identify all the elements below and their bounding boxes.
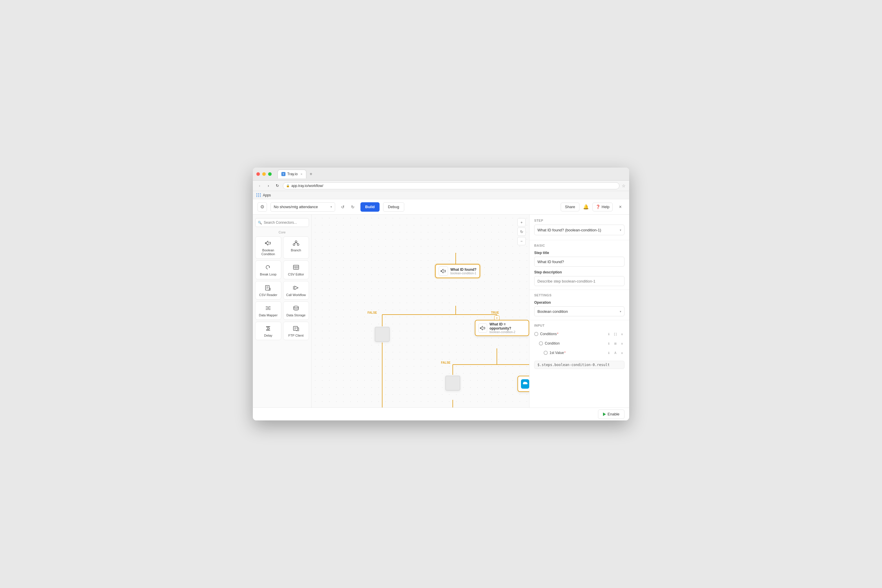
input-section: INPUT Conditions ℹ [ ] ∨ Condition — [530, 324, 629, 361]
salesforce-1-node[interactable]: Get opportunity salesforce-1 — [518, 376, 529, 392]
enable-bar: Enable — [253, 408, 629, 420]
break-loop-icon — [264, 263, 272, 272]
boolean-condition-2-icon-wrap — [478, 323, 487, 333]
connector-branch[interactable]: Branch — [283, 236, 309, 259]
connector-ftp-client[interactable]: FTP Client — [283, 322, 309, 340]
step-desc-input[interactable] — [534, 276, 624, 286]
svg-rect-11 — [266, 285, 269, 290]
blank-node-false1 — [375, 327, 390, 342]
workflow-selector[interactable]: No shows/mtg attendance ▾ — [270, 202, 335, 212]
first-value-expand-btn[interactable]: ∨ — [619, 350, 624, 356]
csv-editor-icon — [292, 263, 300, 272]
right-panel: Step What ID found? (boolean-condition-1… — [529, 214, 629, 408]
step-selector[interactable]: What ID found? (boolean-condition-1) ▾ — [534, 225, 624, 235]
search-box[interactable]: 🔍 — [255, 218, 309, 227]
connector-delay[interactable]: Delay — [255, 322, 281, 340]
settings-button[interactable]: ⚙ — [258, 202, 267, 212]
active-tab[interactable]: T Tray.io × — [278, 170, 306, 178]
redo-button[interactable]: ↻ — [349, 203, 357, 211]
true-label-1: TRUE — [491, 311, 499, 314]
condition-label: Condition — [545, 341, 604, 345]
connector-csv-reader[interactable]: CSV Reader — [255, 281, 281, 300]
conditions-expand-btn[interactable]: ∨ — [619, 332, 624, 337]
condition-info-btn[interactable]: ℹ — [606, 341, 612, 346]
play-icon — [603, 412, 606, 416]
notification-icon[interactable]: 🔔 — [583, 204, 589, 210]
connector-break-loop[interactable]: Break Loop — [255, 261, 281, 279]
delay-icon — [264, 324, 272, 333]
salesforce-icon-wrap — [521, 379, 529, 388]
svg-line-4 — [294, 243, 296, 244]
debug-button[interactable]: Debug — [383, 202, 404, 212]
boolean-condition-1-title: What ID found? — [450, 267, 477, 272]
forward-button[interactable]: › — [265, 183, 272, 189]
step-desc-label: Step description — [534, 270, 624, 274]
condition-actions: ℹ ⊞ ∨ — [606, 341, 624, 346]
bookmark-button[interactable]: ☆ — [622, 183, 626, 188]
connector-call-workflow[interactable]: Call Workflow — [283, 281, 309, 300]
first-value-info-btn[interactable]: ℹ — [606, 350, 612, 356]
first-value-type-btn[interactable]: A — [613, 350, 618, 356]
address-bar[interactable]: 🔒 app.tray.io/workflow/ — [283, 182, 620, 189]
apps-grid-icon — [256, 193, 261, 197]
condition-radio[interactable] — [539, 341, 543, 345]
step-title-input[interactable] — [534, 256, 624, 267]
first-value-label: 1st Value — [549, 351, 604, 355]
boolean-condition-2-node[interactable]: What ID = opportunity? boolean-condition… — [475, 320, 529, 336]
operation-selector[interactable]: Boolean condition ▾ — [534, 306, 624, 316]
enable-label: Enable — [608, 412, 620, 416]
connector-data-storage[interactable]: Data Storage — [283, 302, 309, 320]
operation-arrow: ▾ — [620, 310, 621, 313]
workflow-name: No shows/mtg attendance — [274, 205, 318, 209]
connector-data-mapper[interactable]: Data Mapper — [255, 302, 281, 320]
call-workflow-icon — [292, 284, 300, 292]
svg-rect-25 — [266, 330, 270, 330]
workflow-canvas[interactable]: + ↻ − — [312, 214, 529, 408]
settings-icon: ⚙ — [260, 204, 264, 210]
first-value-row: 1st Value ℹ A ∨ — [534, 349, 624, 357]
maximize-traffic-light[interactable] — [268, 172, 272, 176]
minimize-traffic-light[interactable] — [262, 172, 266, 176]
condition-expand-btn[interactable]: ∨ — [619, 341, 624, 346]
new-tab-button[interactable]: + — [308, 171, 315, 178]
search-icon: 🔍 — [258, 221, 262, 225]
condition-table-btn[interactable]: ⊞ — [613, 341, 618, 346]
svg-point-23 — [294, 306, 298, 308]
boolean-condition-1-node[interactable]: What ID found? boolean-condition-1 — [435, 264, 480, 278]
csv-reader-label: CSV Reader — [259, 293, 277, 297]
conditions-info-btn[interactable]: ℹ — [606, 332, 612, 337]
conditions-radio[interactable] — [534, 332, 538, 336]
conditions-bracket-btn[interactable]: [ ] — [613, 332, 618, 337]
step-title-group: Step title — [530, 251, 629, 270]
data-mapper-icon — [264, 304, 272, 312]
refresh-button[interactable]: ↻ — [274, 183, 280, 189]
first-value-display: $.steps.boolean-condition-0.result — [534, 361, 624, 369]
enable-button[interactable]: Enable — [598, 410, 624, 419]
boolean-condition-1-icon-wrap — [439, 266, 448, 276]
connector-boolean-condition[interactable]: Boolean Condition — [255, 236, 281, 259]
close-traffic-light[interactable] — [256, 172, 260, 176]
build-button[interactable]: Build — [360, 202, 380, 212]
url-text: app.tray.io/workflow/ — [291, 184, 323, 188]
divider-1 — [530, 240, 629, 240]
back-button[interactable]: ‹ — [256, 183, 263, 189]
tab-bar: T Tray.io × + — [278, 170, 315, 178]
csv-editor-label: CSV Editor — [288, 273, 304, 276]
first-value-radio[interactable] — [544, 351, 548, 355]
help-button[interactable]: ❓ Help — [592, 202, 613, 212]
boolean-condition-label: Boolean Condition — [256, 248, 280, 256]
connector-csv-editor[interactable]: CSV Editor — [283, 261, 309, 279]
share-button[interactable]: Share — [561, 202, 580, 212]
search-input[interactable] — [264, 220, 306, 225]
undo-button[interactable]: ↺ — [339, 203, 347, 211]
svg-marker-15 — [295, 286, 298, 290]
operation-label: Operation — [534, 300, 624, 304]
close-app-button[interactable]: × — [616, 203, 624, 211]
tab-close-button[interactable]: × — [300, 172, 302, 176]
apps-button[interactable]: Apps — [256, 193, 271, 197]
operation-group: Operation Boolean condition ▾ — [530, 300, 629, 320]
basic-section-title: BASIC — [534, 244, 624, 247]
divider-3 — [530, 320, 629, 320]
panel-header: Step What ID found? (boolean-condition-1… — [530, 214, 629, 240]
blank-node-false2 — [446, 376, 460, 390]
